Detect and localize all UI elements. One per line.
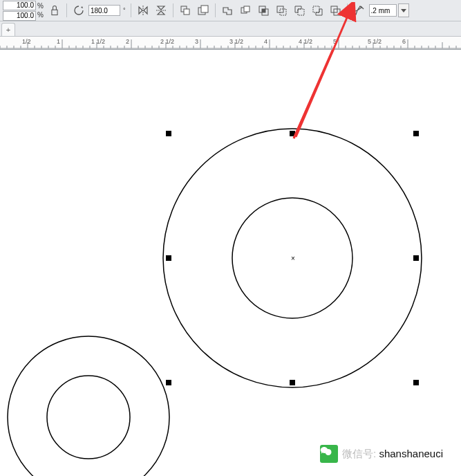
svg-point-98 [326,449,332,455]
drawing-canvas[interactable]: × 微信号: shanshaneuci [0,50,461,476]
red-arrow [296,15,348,137]
wechat-logo-icon [320,445,338,463]
watermark: 微信号: shanshaneuci [320,445,443,463]
